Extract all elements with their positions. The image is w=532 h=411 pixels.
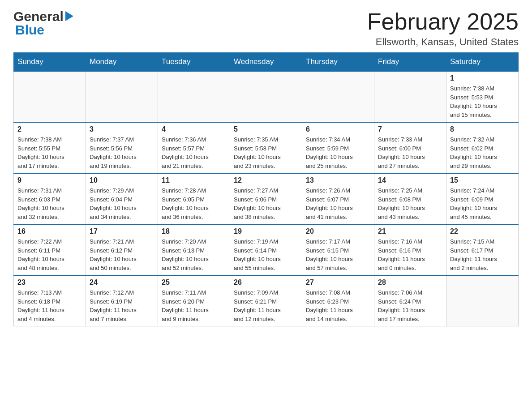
svg-marker-0 <box>65 11 73 21</box>
day-info: Sunrise: 7:36 AM Sunset: 5:57 PM Dayligh… <box>162 135 226 170</box>
day-of-week-header: Tuesday <box>158 53 230 72</box>
day-info: Sunrise: 7:32 AM Sunset: 6:02 PM Dayligh… <box>450 135 515 170</box>
day-number: 17 <box>90 227 154 235</box>
day-number: 8 <box>450 125 515 133</box>
day-info: Sunrise: 7:24 AM Sunset: 6:09 PM Dayligh… <box>450 186 515 221</box>
day-info: Sunrise: 7:21 AM Sunset: 6:12 PM Dayligh… <box>90 237 154 272</box>
calendar-day-cell <box>86 71 158 122</box>
calendar-body: 1Sunrise: 7:38 AM Sunset: 5:53 PM Daylig… <box>14 71 519 326</box>
calendar-day-cell <box>446 275 519 326</box>
title-section: February 2025 Ellsworth, Kansas, United … <box>367 9 519 48</box>
day-number: 27 <box>306 278 370 287</box>
day-number: 15 <box>450 176 515 184</box>
calendar-week-row: 2Sunrise: 7:38 AM Sunset: 5:55 PM Daylig… <box>14 122 519 173</box>
calendar-day-cell: 16Sunrise: 7:22 AM Sunset: 6:11 PM Dayli… <box>14 224 86 275</box>
logo-blue-text: Blue <box>15 22 44 38</box>
page-header: General Blue February 2025 Ellsworth, Ka… <box>13 9 519 48</box>
day-number: 20 <box>306 227 370 235</box>
calendar-day-cell: 27Sunrise: 7:08 AM Sunset: 6:23 PM Dayli… <box>302 275 374 326</box>
day-number: 3 <box>90 125 154 133</box>
day-info: Sunrise: 7:20 AM Sunset: 6:13 PM Dayligh… <box>162 237 226 272</box>
day-info: Sunrise: 7:35 AM Sunset: 5:58 PM Dayligh… <box>234 135 298 170</box>
calendar-week-row: 1Sunrise: 7:38 AM Sunset: 5:53 PM Daylig… <box>14 71 519 122</box>
calendar-day-cell: 22Sunrise: 7:15 AM Sunset: 6:17 PM Dayli… <box>446 224 519 275</box>
day-info: Sunrise: 7:38 AM Sunset: 5:53 PM Dayligh… <box>450 84 515 119</box>
calendar-day-cell: 19Sunrise: 7:19 AM Sunset: 6:14 PM Dayli… <box>230 224 302 275</box>
day-of-week-header: Saturday <box>446 53 519 72</box>
calendar-day-cell: 14Sunrise: 7:25 AM Sunset: 6:08 PM Dayli… <box>374 173 446 224</box>
day-info: Sunrise: 7:19 AM Sunset: 6:14 PM Dayligh… <box>234 237 298 272</box>
calendar-day-cell: 18Sunrise: 7:20 AM Sunset: 6:13 PM Dayli… <box>158 224 230 275</box>
page-subtitle: Ellsworth, Kansas, United States <box>367 36 519 48</box>
day-of-week-header: Friday <box>374 53 446 72</box>
calendar-day-cell <box>14 71 86 122</box>
calendar-day-cell: 9Sunrise: 7:31 AM Sunset: 6:03 PM Daylig… <box>14 173 86 224</box>
calendar-day-cell: 28Sunrise: 7:06 AM Sunset: 6:24 PM Dayli… <box>374 275 446 326</box>
day-number: 24 <box>90 278 154 287</box>
day-info: Sunrise: 7:34 AM Sunset: 5:59 PM Dayligh… <box>306 135 370 170</box>
calendar-day-cell <box>230 71 302 122</box>
calendar-day-cell: 24Sunrise: 7:12 AM Sunset: 6:19 PM Dayli… <box>86 275 158 326</box>
day-info: Sunrise: 7:22 AM Sunset: 6:11 PM Dayligh… <box>17 237 82 272</box>
day-of-week-header: Thursday <box>302 53 374 72</box>
day-of-week-header: Monday <box>86 53 158 72</box>
day-number: 5 <box>234 125 298 133</box>
calendar-day-cell: 3Sunrise: 7:37 AM Sunset: 5:56 PM Daylig… <box>86 122 158 173</box>
logo-general-text: General <box>13 9 64 24</box>
day-info: Sunrise: 7:09 AM Sunset: 6:21 PM Dayligh… <box>234 288 298 323</box>
day-number: 26 <box>234 278 298 287</box>
day-info: Sunrise: 7:25 AM Sunset: 6:08 PM Dayligh… <box>378 186 442 221</box>
calendar-day-cell: 4Sunrise: 7:36 AM Sunset: 5:57 PM Daylig… <box>158 122 230 173</box>
calendar-day-cell: 21Sunrise: 7:16 AM Sunset: 6:16 PM Dayli… <box>374 224 446 275</box>
day-number: 1 <box>450 74 515 82</box>
calendar-day-cell: 25Sunrise: 7:11 AM Sunset: 6:20 PM Dayli… <box>158 275 230 326</box>
day-number: 22 <box>450 227 515 235</box>
calendar-day-cell: 15Sunrise: 7:24 AM Sunset: 6:09 PM Dayli… <box>446 173 519 224</box>
day-info: Sunrise: 7:28 AM Sunset: 6:05 PM Dayligh… <box>162 186 226 221</box>
day-number: 4 <box>162 125 226 133</box>
day-info: Sunrise: 7:37 AM Sunset: 5:56 PM Dayligh… <box>90 135 154 170</box>
calendar-day-cell: 8Sunrise: 7:32 AM Sunset: 6:02 PM Daylig… <box>446 122 519 173</box>
calendar-day-cell: 11Sunrise: 7:28 AM Sunset: 6:05 PM Dayli… <box>158 173 230 224</box>
day-info: Sunrise: 7:33 AM Sunset: 6:00 PM Dayligh… <box>378 135 442 170</box>
calendar-day-cell <box>158 71 230 122</box>
logo: General Blue <box>13 9 73 38</box>
day-info: Sunrise: 7:08 AM Sunset: 6:23 PM Dayligh… <box>306 288 370 323</box>
day-number: 25 <box>162 278 226 287</box>
day-number: 21 <box>378 227 442 235</box>
logo-triangle-icon <box>64 11 73 23</box>
page-title: February 2025 <box>367 9 519 34</box>
day-number: 9 <box>17 176 82 184</box>
calendar-week-row: 16Sunrise: 7:22 AM Sunset: 6:11 PM Dayli… <box>14 224 519 275</box>
day-number: 10 <box>90 176 154 184</box>
calendar-week-row: 9Sunrise: 7:31 AM Sunset: 6:03 PM Daylig… <box>14 173 519 224</box>
calendar-day-cell: 7Sunrise: 7:33 AM Sunset: 6:00 PM Daylig… <box>374 122 446 173</box>
day-info: Sunrise: 7:29 AM Sunset: 6:04 PM Dayligh… <box>90 186 154 221</box>
calendar-day-cell: 1Sunrise: 7:38 AM Sunset: 5:53 PM Daylig… <box>446 71 519 122</box>
calendar-day-cell: 5Sunrise: 7:35 AM Sunset: 5:58 PM Daylig… <box>230 122 302 173</box>
day-number: 11 <box>162 176 226 184</box>
day-number: 13 <box>306 176 370 184</box>
day-number: 23 <box>17 278 82 287</box>
day-number: 18 <box>162 227 226 235</box>
day-info: Sunrise: 7:15 AM Sunset: 6:17 PM Dayligh… <box>450 237 515 272</box>
days-of-week-row: SundayMondayTuesdayWednesdayThursdayFrid… <box>14 53 519 72</box>
calendar-header: SundayMondayTuesdayWednesdayThursdayFrid… <box>14 53 519 72</box>
calendar-day-cell: 13Sunrise: 7:26 AM Sunset: 6:07 PM Dayli… <box>302 173 374 224</box>
day-of-week-header: Sunday <box>14 53 86 72</box>
calendar-day-cell: 12Sunrise: 7:27 AM Sunset: 6:06 PM Dayli… <box>230 173 302 224</box>
calendar-day-cell: 20Sunrise: 7:17 AM Sunset: 6:15 PM Dayli… <box>302 224 374 275</box>
calendar-day-cell: 17Sunrise: 7:21 AM Sunset: 6:12 PM Dayli… <box>86 224 158 275</box>
calendar-day-cell: 10Sunrise: 7:29 AM Sunset: 6:04 PM Dayli… <box>86 173 158 224</box>
day-info: Sunrise: 7:13 AM Sunset: 6:18 PM Dayligh… <box>17 288 82 323</box>
calendar-week-row: 23Sunrise: 7:13 AM Sunset: 6:18 PM Dayli… <box>14 275 519 326</box>
day-number: 7 <box>378 125 442 133</box>
day-number: 28 <box>378 278 442 287</box>
day-number: 19 <box>234 227 298 235</box>
calendar-day-cell: 23Sunrise: 7:13 AM Sunset: 6:18 PM Dayli… <box>14 275 86 326</box>
day-number: 16 <box>17 227 82 235</box>
day-info: Sunrise: 7:27 AM Sunset: 6:06 PM Dayligh… <box>234 186 298 221</box>
day-info: Sunrise: 7:16 AM Sunset: 6:16 PM Dayligh… <box>378 237 442 272</box>
calendar-day-cell <box>374 71 446 122</box>
day-of-week-header: Wednesday <box>230 53 302 72</box>
